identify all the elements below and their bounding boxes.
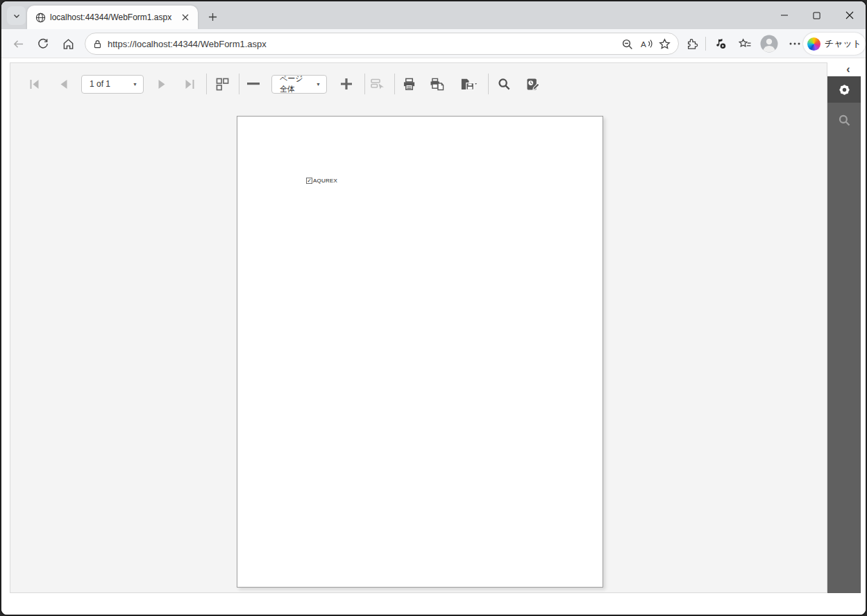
toolbar-separator (206, 74, 207, 94)
search-icon (838, 114, 851, 127)
svg-text:A: A (640, 40, 646, 49)
tab-actions-menu-button[interactable] (7, 6, 26, 25)
new-tab-button[interactable] (204, 8, 221, 25)
copilot-label: チャット (825, 37, 861, 50)
previous-page-button[interactable] (55, 76, 71, 92)
star-icon (659, 38, 671, 50)
toolbar-separator (239, 74, 239, 94)
tab-title: localhost:44344/WebForm1.aspx (50, 12, 174, 22)
minimize-button[interactable] (768, 1, 800, 29)
search-button[interactable] (496, 76, 512, 92)
url-text: https://localhost:44344/WebForm1.aspx (108, 39, 267, 49)
puzzle-icon (686, 37, 698, 50)
toolbar-separator (488, 74, 489, 94)
refresh-button[interactable] (33, 34, 53, 53)
report-field-row: ✓ AQUREX (306, 178, 337, 184)
report-page: ✓ AQUREX (237, 116, 603, 588)
multi-page-view-button[interactable] (214, 76, 230, 92)
caret-down-icon: ▼ (126, 82, 137, 87)
print-button[interactable] (401, 76, 417, 92)
zoom-mode-value: ページ全体 (280, 74, 309, 94)
window-controls (768, 1, 866, 29)
address-bar: https://localhost:44344/WebForm1.aspx A (1, 29, 866, 58)
copilot-chat-button[interactable]: チャット (803, 33, 866, 55)
previous-page-icon (59, 79, 68, 89)
toolbar-separator (394, 74, 395, 94)
page-content: 1 of 1 ▼ (1, 58, 866, 615)
page-number-dropdown[interactable]: 1 of 1 ▼ (81, 75, 144, 94)
titlebar: localhost:44344/WebForm1.aspx (1, 1, 866, 29)
select-cursor-icon (371, 78, 385, 90)
export-save-icon (460, 78, 477, 91)
next-page-icon (158, 79, 167, 89)
more-horizontal-icon (789, 42, 800, 45)
plus-icon (340, 78, 353, 90)
read-aloud-icon: A (640, 38, 653, 49)
active-tab[interactable]: localhost:44344/WebForm1.aspx (27, 6, 198, 29)
export-button[interactable] (457, 76, 480, 92)
report-viewer-toolbar: 1 of 1 ▼ (26, 71, 541, 96)
favorite-this-page-button[interactable] (655, 35, 674, 53)
url-field[interactable]: https://localhost:44344/WebForm1.aspx A (85, 33, 679, 55)
printer-page-icon (430, 78, 444, 91)
toolbar-divider (705, 37, 706, 51)
zoom-out-page-button[interactable] (618, 35, 637, 53)
read-aloud-button[interactable]: A (637, 35, 655, 53)
zoom-out-button[interactable] (245, 76, 262, 92)
home-button[interactable] (58, 34, 78, 53)
avatar-icon (760, 35, 778, 53)
globe-icon (35, 12, 46, 23)
zoom-in-button[interactable] (338, 76, 355, 92)
tab-close-button[interactable] (178, 10, 192, 24)
page-indicator: 1 of 1 (90, 79, 110, 89)
sidebar-item-search[interactable] (827, 107, 861, 133)
first-page-button[interactable] (26, 76, 42, 92)
sidebar-item-settings[interactable] (827, 76, 861, 103)
chevron-left-icon: ‹ (846, 63, 850, 76)
last-page-icon (184, 79, 196, 89)
star-lines-icon (739, 38, 752, 50)
zoom-mode-dropdown[interactable]: ページ全体 ▼ (271, 75, 327, 94)
maximize-button[interactable] (800, 1, 833, 29)
copilot-icon (807, 37, 820, 51)
printer-icon (403, 78, 416, 91)
browser-window: localhost:44344/WebForm1.aspx (0, 0, 867, 616)
multi-page-icon (216, 78, 229, 91)
profile-button[interactable] (759, 34, 779, 53)
caret-down-icon: ▼ (309, 82, 321, 87)
magnifier-minus-icon (621, 38, 633, 50)
select-tool-button[interactable] (369, 76, 386, 92)
music-note-play-icon (714, 37, 727, 50)
extensions-button[interactable] (682, 34, 702, 53)
minus-icon (247, 83, 260, 85)
first-page-icon (28, 79, 40, 89)
close-window-button[interactable] (833, 1, 866, 29)
parameters-edit-button[interactable] (525, 76, 541, 92)
settings-menu-button[interactable] (785, 34, 805, 53)
report-viewer: 1 of 1 ▼ (10, 62, 827, 593)
chevron-down-icon (12, 12, 21, 20)
media-controls-button[interactable] (711, 34, 730, 53)
report-field-label: AQUREX (313, 178, 337, 184)
back-button[interactable] (8, 34, 28, 53)
favorites-button[interactable] (735, 34, 755, 53)
checkbox-checked-icon: ✓ (306, 178, 312, 184)
sidebar-collapse-button[interactable]: ‹ (841, 62, 856, 77)
print-page-setup-button[interactable] (428, 76, 445, 92)
search-icon (498, 78, 511, 91)
viewer-sidebar (827, 76, 861, 593)
document-edit-icon (526, 78, 541, 91)
next-page-button[interactable] (153, 76, 170, 92)
toolbar-separator (364, 74, 365, 94)
last-page-button[interactable] (181, 76, 198, 92)
lock-icon (92, 39, 103, 49)
gear-icon (837, 83, 852, 97)
